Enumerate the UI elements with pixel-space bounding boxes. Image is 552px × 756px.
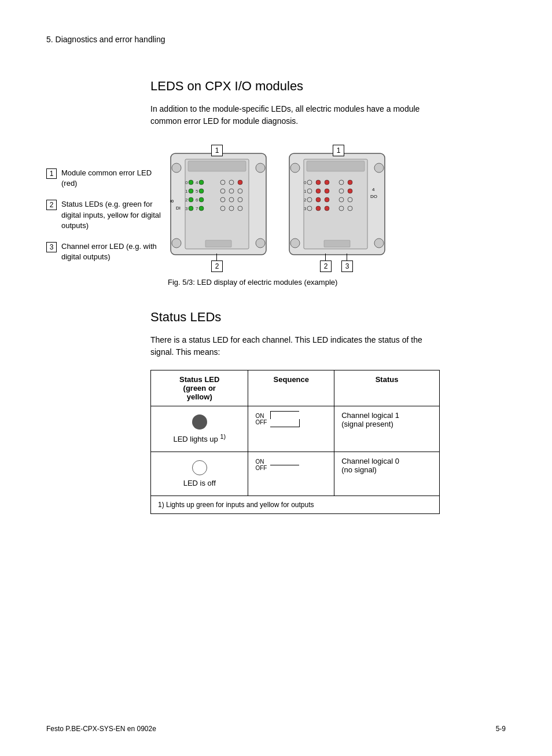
callout-2-right: 2 xyxy=(320,260,332,272)
section1-title: LEDS on CPX I/O modules xyxy=(150,79,506,94)
svg-text:3: 3 xyxy=(185,206,188,211)
svg-point-68 xyxy=(325,206,329,211)
legend-item-1: 1 Module common error LED (red) xyxy=(46,168,162,189)
svg-point-33 xyxy=(199,206,204,211)
svg-point-17 xyxy=(189,189,193,193)
led-table: Status LED(green oryellow) Sequence Stat… xyxy=(150,370,440,514)
module-svg-right: 4 DO 0 1 xyxy=(286,151,393,266)
svg-text:4: 4 xyxy=(372,187,375,192)
svg-text:7: 7 xyxy=(196,206,198,211)
status-cell-1: Channel logical 1(signal present) xyxy=(334,406,440,452)
svg-point-12 xyxy=(199,180,204,185)
svg-text:8: 8 xyxy=(169,200,175,203)
svg-text:DO: DO xyxy=(370,194,377,199)
svg-point-31 xyxy=(189,206,193,211)
svg-rect-39 xyxy=(304,159,367,249)
svg-point-40 xyxy=(290,163,300,173)
svg-text:1: 1 xyxy=(304,189,307,194)
svg-point-58 xyxy=(348,189,352,193)
svg-text:0: 0 xyxy=(185,180,188,185)
waveform-2: ON OFF xyxy=(255,457,327,473)
svg-text:2: 2 xyxy=(304,197,307,203)
svg-rect-1 xyxy=(185,159,249,249)
module-svg-left: 8 DI 0 4 1 5 xyxy=(168,151,269,266)
callout-1-top-right: 1 xyxy=(333,145,344,156)
table-header-status: Status xyxy=(334,370,440,406)
callout-line-3-right xyxy=(347,254,347,260)
svg-text:DI: DI xyxy=(176,205,181,211)
svg-point-56 xyxy=(325,189,329,193)
table-row-2: LED is off ON OFF xyxy=(151,452,440,496)
sequence-cell-2: ON OFF xyxy=(248,452,334,496)
legend-diagram-row: 1 Module common error LED (red) 2 Status… xyxy=(46,145,506,287)
table-header-sequence: Sequence xyxy=(248,370,334,406)
svg-point-15 xyxy=(238,180,242,185)
status-cell-2: Channel logical 0(no signal) xyxy=(334,452,440,496)
section2-title: Status LEDs xyxy=(150,310,506,325)
svg-text:5: 5 xyxy=(196,189,198,194)
led-label-2: LED is off xyxy=(183,479,216,487)
footnote-cell: 1) Lights up green for inputs and yellow… xyxy=(151,496,440,514)
led-cell-1: LED lights up 1) xyxy=(151,406,248,452)
svg-rect-6 xyxy=(188,161,246,171)
led-filled-icon xyxy=(192,414,207,430)
svg-point-24 xyxy=(189,197,193,202)
legend-num-3: 3 xyxy=(46,242,57,252)
section1-intro: In addition to the module-specific LEDs,… xyxy=(150,103,428,127)
legend-item-2: 2 Status LEDs (e.g. green for digital in… xyxy=(46,199,162,231)
svg-point-3 xyxy=(256,163,265,173)
svg-point-43 xyxy=(374,238,384,248)
fig-caption: Fig. 5/3: LED display of electric module… xyxy=(168,278,396,287)
svg-point-26 xyxy=(199,197,204,202)
svg-point-4 xyxy=(172,238,181,248)
svg-point-61 xyxy=(316,197,321,202)
sequence-cell-1: ON OFF xyxy=(248,406,334,452)
module-diagram-left: 1 xyxy=(168,145,269,272)
legend-num-2: 2 xyxy=(46,200,57,210)
svg-point-42 xyxy=(290,238,300,248)
legend-text-2: Status LEDs (e.g. green for digital inpu… xyxy=(61,199,162,231)
svg-point-52 xyxy=(348,180,352,185)
svg-point-19 xyxy=(199,189,204,193)
svg-point-55 xyxy=(316,189,321,193)
chapter-heading: 5. Diagnostics and error handling xyxy=(46,35,506,44)
svg-text:3: 3 xyxy=(304,206,307,211)
table-header-led: Status LED(green oryellow) xyxy=(151,370,248,406)
led-label-1: LED lights up 1) xyxy=(173,433,226,443)
svg-point-41 xyxy=(374,163,384,173)
svg-rect-71 xyxy=(324,240,350,247)
svg-point-10 xyxy=(189,180,193,185)
callout-line-bottom-left xyxy=(216,254,217,260)
legend-text-1: Module common error LED (red) xyxy=(61,168,162,189)
status-section: Status LEDs There is a status LED for ea… xyxy=(150,310,506,514)
footer-bar: Festo P.BE-CPX-SYS-EN en 0902e 5-9 xyxy=(46,725,506,733)
svg-point-49 xyxy=(316,180,321,185)
led-empty-icon xyxy=(192,460,207,475)
page: 5. Diagnostics and error handling LEDS o… xyxy=(0,0,552,756)
svg-text:4: 4 xyxy=(196,180,198,185)
svg-text:1: 1 xyxy=(185,189,188,194)
svg-point-67 xyxy=(316,206,321,211)
diagrams-area: 1 xyxy=(168,145,396,287)
callout-1-top-left: 1 xyxy=(211,145,223,156)
table-footnote-row: 1) Lights up green for inputs and yellow… xyxy=(151,496,440,514)
svg-text:2: 2 xyxy=(185,197,188,203)
callout-2-left: 2 xyxy=(211,260,223,272)
status-intro: There is a status LED for each channel. … xyxy=(150,334,440,358)
diagrams-row: 1 xyxy=(168,145,396,272)
svg-rect-37 xyxy=(205,240,231,247)
svg-rect-44 xyxy=(307,161,365,171)
led-cell-2: LED is off xyxy=(151,452,248,496)
legend-num-1: 1 xyxy=(46,168,57,179)
svg-text:0: 0 xyxy=(304,180,307,185)
legend-text-3: Channel error LED (e.g. with digital out… xyxy=(61,241,162,262)
module-diagram-right: 1 4 DO 0 xyxy=(286,145,396,272)
waveform-1: ON OFF xyxy=(255,411,327,427)
footer-left: Festo P.BE-CPX-SYS-EN en 0902e xyxy=(46,725,156,733)
svg-text:6: 6 xyxy=(196,197,198,203)
legend-area: 1 Module common error LED (red) 2 Status… xyxy=(46,168,162,273)
svg-point-5 xyxy=(256,238,265,248)
svg-point-2 xyxy=(172,163,181,173)
legend-item-3: 3 Channel error LED (e.g. with digital o… xyxy=(46,241,162,262)
footer-right: 5-9 xyxy=(496,725,506,733)
